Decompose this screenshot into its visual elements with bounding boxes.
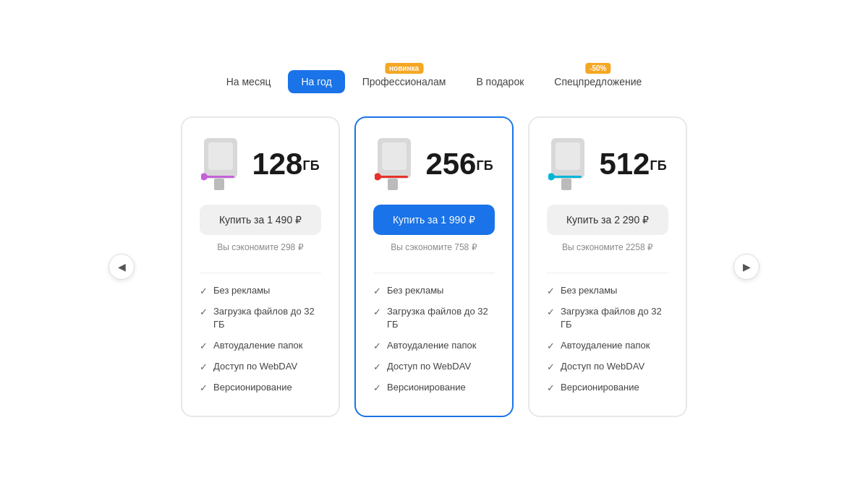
check-icon: ✓ [373,285,381,298]
features-list-256: ✓Без рекламы✓Загрузка файлов до 32 ГБ✓Ав… [373,281,495,398]
tab-special[interactable]: -50%Спецпредложение [541,70,655,93]
plan-card-256: 256ГБКупить за 1 990 ₽Вы сэкономите 758 … [354,116,514,417]
check-icon: ✓ [547,285,555,298]
tab-badge-special: -50% [585,63,610,74]
feature-text: Загрузка файлов до 32 ГБ [387,305,495,331]
features-list-512: ✓Без рекламы✓Загрузка файлов до 32 ГБ✓Ав… [547,281,668,398]
check-icon: ✓ [547,340,555,353]
feature-text: Загрузка файлов до 32 ГБ [561,305,668,331]
flash-drive-icon-128 [201,138,240,190]
svg-rect-9 [388,179,398,190]
check-icon: ✓ [200,382,208,395]
plan-size-256: 256ГБ [425,147,493,181]
prev-arrow[interactable]: ◀ [109,254,135,280]
svg-rect-6 [382,142,407,170]
savings-128: Вы сэкономите 298 ₽ [217,242,303,252]
tabs-row: На месяцНа годновинкаПрофессионаламВ под… [213,70,655,93]
tab-gift[interactable]: В подарок [463,70,537,93]
features-list-128: ✓Без рекламы✓Загрузка файлов до 32 ГБ✓Ав… [200,281,321,398]
plan-icon-area-128: 128ГБ [201,138,319,190]
flash-drive-icon-512 [548,138,587,190]
feature-item: ✓Без рекламы [373,281,495,301]
feature-item: ✓Версионирование [547,377,668,398]
feature-text: Версионирование [561,381,639,394]
check-icon: ✓ [547,361,555,374]
next-arrow[interactable]: ▶ [733,254,760,280]
feature-item: ✓Доступ по WebDAV [373,356,495,377]
feature-item: ✓Без рекламы [547,281,668,301]
savings-256: Вы сэкономите 758 ₽ [391,242,477,252]
check-icon: ✓ [373,340,381,353]
feature-text: Загрузка файлов до 32 ГБ [213,305,321,331]
feature-text: Без рекламы [213,284,270,297]
feature-text: Без рекламы [561,284,617,297]
feature-text: Версионирование [387,381,466,394]
tab-label-pro: Профессионалам [362,76,446,87]
feature-item: ✓Доступ по WebDAV [547,356,668,377]
tab-year[interactable]: На год [288,70,344,93]
feature-item: ✓Доступ по WebDAV [200,356,321,377]
svg-rect-1 [208,142,233,170]
feature-text: Доступ по WebDAV [561,360,644,373]
feature-item: ✓Без рекламы [200,281,321,301]
tab-label-month: На месяц [226,76,271,87]
tab-label-year: На год [301,76,331,87]
tab-label-gift: В подарок [476,76,524,87]
tab-label-special: Спецпредложение [554,76,642,87]
svg-rect-11 [556,142,580,170]
page-wrapper: На месяцНа годновинкаПрофессионаламВ под… [0,0,868,488]
feature-item: ✓Автоудаление папок [547,335,668,356]
buy-button-128[interactable]: Купить за 1 490 ₽ [200,205,321,235]
check-icon: ✓ [200,306,208,319]
feature-text: Автоудаление папок [561,339,650,352]
feature-item: ✓Автоудаление папок [200,335,321,356]
savings-512: Вы сэкономите 2258 ₽ [562,242,653,252]
check-icon: ✓ [200,285,208,298]
tab-month[interactable]: На месяц [213,70,284,93]
plan-card-128: 128ГБКупить за 1 490 ₽Вы сэкономите 298 … [181,116,340,417]
feature-text: Автоудаление папок [213,339,302,352]
feature-item: ✓Автоудаление папок [373,335,495,356]
tab-pro[interactable]: новинкаПрофессионалам [349,70,459,93]
flash-drive-icon-256 [375,138,414,190]
feature-item: ✓Версионирование [373,377,495,398]
feature-item: ✓Загрузка файлов до 32 ГБ [547,301,668,335]
feature-item: ✓Версионирование [200,377,321,398]
feature-text: Автоудаление папок [387,339,476,352]
feature-item: ✓Загрузка файлов до 32 ГБ [373,301,495,335]
check-icon: ✓ [547,382,555,395]
check-icon: ✓ [200,340,208,353]
check-icon: ✓ [373,361,381,374]
feature-text: Доступ по WebDAV [387,360,471,373]
plan-card-512: 512ГБКупить за 2 290 ₽Вы сэкономите 2258… [528,116,687,417]
plan-icon-area-256: 256ГБ [375,138,493,190]
svg-rect-4 [214,179,224,190]
feature-item: ✓Загрузка файлов до 32 ГБ [200,301,321,335]
check-icon: ✓ [373,382,381,395]
tab-badge-pro: новинка [385,63,423,74]
svg-rect-14 [561,179,571,190]
buy-button-256[interactable]: Купить за 1 990 ₽ [373,205,495,235]
feature-text: Версионирование [213,381,292,394]
plans-container: 128ГБКупить за 1 490 ₽Вы сэкономите 298 … [181,116,687,417]
check-icon: ✓ [373,306,381,319]
feature-text: Без рекламы [387,284,443,297]
plan-size-512: 512ГБ [599,147,666,181]
plan-size-128: 128ГБ [252,147,319,181]
plan-icon-area-512: 512ГБ [548,138,666,190]
check-icon: ✓ [547,306,555,319]
buy-button-512[interactable]: Купить за 2 290 ₽ [547,205,668,235]
feature-text: Доступ по WebDAV [213,360,297,373]
check-icon: ✓ [200,361,208,374]
